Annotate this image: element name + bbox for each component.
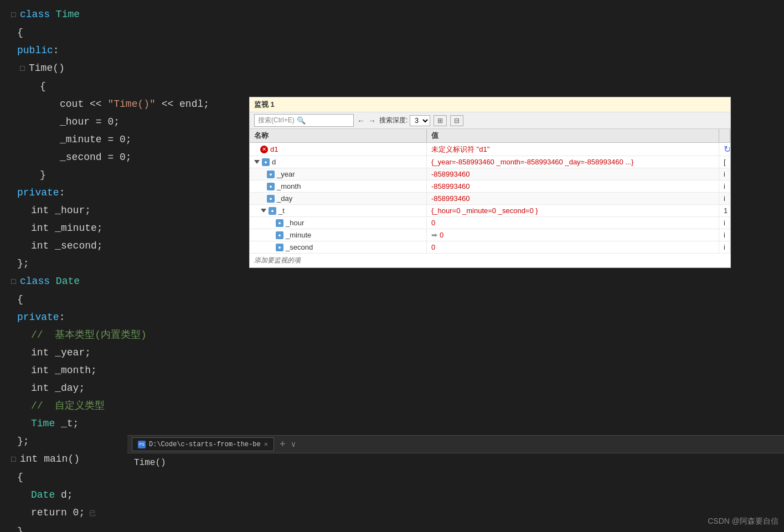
toolbar-btn-filter[interactable]: ⊞: [434, 115, 447, 126]
expand-icon-d[interactable]: [254, 160, 260, 164]
watch-cell-name-second: ● _second: [250, 241, 427, 253]
classname-date-2: Date: [31, 486, 55, 504]
watch-row-second[interactable]: ● _second 0 i: [250, 241, 730, 254]
expand-icon-t[interactable]: [261, 209, 266, 213]
var-icon-day: ●: [267, 195, 275, 203]
keyword-int: int: [31, 219, 49, 237]
watch-cell-type-d: [: [719, 156, 730, 168]
toolbar-btn-expand[interactable]: ⊟: [450, 115, 463, 126]
code-line: public:: [0, 42, 784, 59]
watch-cell-type-minute: i: [719, 229, 730, 241]
watch-cell-type-t: 1: [719, 205, 730, 216]
already-output: 已: [89, 505, 96, 523]
keyword-private-2: private: [17, 308, 59, 326]
depth-label: 搜索深度:: [379, 116, 408, 125]
comment-basic-type: // 基本类型(内置类型): [31, 326, 147, 344]
code-line: int _day;: [0, 379, 784, 397]
watch-cell-value-minute: ➡ 0: [427, 229, 719, 241]
code-line: {: [0, 291, 784, 308]
var-icon-year: ●: [267, 171, 275, 178]
toolbar-arrow-fwd[interactable]: →: [368, 116, 376, 125]
watch-row-day[interactable]: ● _day -858993460 i: [250, 193, 730, 205]
watch-cell-name-day: ● _day: [250, 193, 427, 204]
keyword-int-4: int: [31, 379, 49, 397]
collapse-icon[interactable]: □: [11, 6, 18, 24]
classname-time-2: Time: [31, 415, 55, 432]
classname-time: Time: [56, 6, 80, 23]
watch-cell-type-day: i: [719, 193, 730, 204]
terminal-close-btn[interactable]: ✕: [264, 440, 268, 448]
watch-cell-name-t: ● _t: [250, 205, 427, 216]
watch-window: 监视 1 搜索(Ctrl+E) 🔍 ← → 搜索深度: 3 1 2 4 5 ⊞ …: [249, 97, 731, 268]
terminal-tab-bar: PS D:\Code\c-starts-from-the-be ✕ + ∨: [127, 436, 784, 453]
search-placeholder: 搜索(Ctrl+E): [258, 116, 295, 125]
watch-cell-name-minute: ● _minute: [250, 229, 427, 241]
code-line: int _month;: [0, 361, 784, 379]
header-type: [719, 129, 730, 142]
search-icon[interactable]: 🔍: [297, 116, 306, 125]
watch-table-header: 名称 值: [250, 129, 730, 143]
watch-table-body: ✕ d1 未定义标识符 "d1" ↻ ● d {_year=-858993460…: [250, 143, 730, 267]
comment-custom-type: // 自定义类型: [31, 397, 105, 415]
code-line: // 自定义类型: [0, 397, 784, 415]
error-icon-d1: ✕: [260, 146, 268, 153]
watch-row-hour[interactable]: ● _hour 0 i: [250, 217, 730, 229]
string-literal: "Time()": [107, 95, 155, 113]
watch-title: 监视 1: [254, 100, 275, 109]
watch-cell-name-d1: ✕ d1: [250, 143, 427, 156]
watch-cell-type-d1: ↻: [719, 143, 730, 156]
watch-cell-value-d: {_year=-858993460 _month=-858993460 _day…: [427, 156, 719, 168]
watch-cell-value-second: 0: [427, 241, 719, 253]
collapse-icon-3[interactable]: □: [11, 273, 18, 291]
watch-row-year[interactable]: ● _year -858993460 i: [250, 168, 730, 180]
var-icon-d: ●: [262, 158, 270, 166]
depth-dropdown[interactable]: 3 1 2 4 5: [410, 115, 430, 126]
header-name: 名称: [250, 129, 427, 142]
keyword-int-3: int: [31, 361, 49, 379]
watch-cell-name-month: ● _month: [250, 180, 427, 192]
var-icon-month: ●: [267, 183, 275, 190]
arrow-indicator: ➡: [431, 231, 437, 239]
terminal-add-btn[interactable]: +: [276, 439, 289, 450]
refresh-icon[interactable]: ↻: [724, 144, 730, 154]
watch-cell-value-day: -858993460: [427, 193, 719, 204]
var-icon-minute: ●: [276, 231, 283, 239]
watch-cell-name-year: ● _year: [250, 168, 427, 180]
watch-row-t[interactable]: ● _t {_hour=0 _minute=0 _second=0 } 1: [250, 205, 730, 217]
watch-row-d[interactable]: ● d {_year=-858993460 _month=-858993460 …: [250, 156, 730, 168]
var-icon-t: ●: [269, 207, 276, 215]
collapse-icon-2[interactable]: □: [20, 60, 27, 78]
code-line: □ class Time: [0, 6, 784, 24]
watch-cell-value-month: -858993460: [427, 180, 719, 192]
keyword-int: int: [31, 202, 49, 219]
depth-select: 搜索深度: 3 1 2 4 5: [379, 115, 430, 126]
watch-toolbar: 搜索(Ctrl+E) 🔍 ← → 搜索深度: 3 1 2 4 5 ⊞ ⊟: [250, 112, 730, 129]
header-value: 值: [427, 129, 719, 142]
watch-row-minute[interactable]: ● _minute ➡ 0 i: [250, 229, 730, 241]
terminal-chevron-btn[interactable]: ∨: [291, 440, 296, 449]
code-line: □ class Date: [0, 272, 784, 291]
terminal-tab-icon: PS: [138, 441, 146, 448]
watch-cell-value-t: {_hour=0 _minute=0 _second=0 }: [427, 205, 719, 216]
watch-row-month[interactable]: ● _month -858993460 i: [250, 180, 730, 193]
classname-date: Date: [56, 272, 80, 290]
keyword-int-main: int: [20, 450, 38, 468]
keyword-private: private: [17, 184, 59, 202]
toolbar-arrow-back[interactable]: ←: [357, 116, 365, 125]
collapse-icon-4[interactable]: □: [11, 451, 18, 468]
watch-search-box[interactable]: 搜索(Ctrl+E) 🔍: [254, 114, 354, 127]
terminal-tab-main[interactable]: PS D:\Code\c-starts-from-the-be ✕: [132, 437, 274, 451]
watermark: CSDN @阿森要自信: [708, 516, 778, 526]
watch-cell-value-hour: 0: [427, 217, 719, 229]
watch-cell-name-hour: ● _hour: [250, 217, 427, 229]
add-watch-row[interactable]: 添加要监视的项: [250, 254, 730, 267]
keyword-public: public: [17, 42, 53, 59]
terminal-panel: PS D:\Code\c-starts-from-the-be ✕ + ∨ Ti…: [127, 435, 784, 532]
add-watch-label: 添加要监视的项: [254, 256, 301, 264]
var-icon-hour: ●: [276, 219, 283, 227]
code-line: {: [0, 24, 784, 42]
watch-row-d1[interactable]: ✕ d1 未定义标识符 "d1" ↻: [250, 143, 730, 156]
keyword-class-2: class: [20, 272, 50, 290]
code-line: □ Time(): [0, 59, 784, 78]
code-line: private:: [0, 308, 784, 326]
